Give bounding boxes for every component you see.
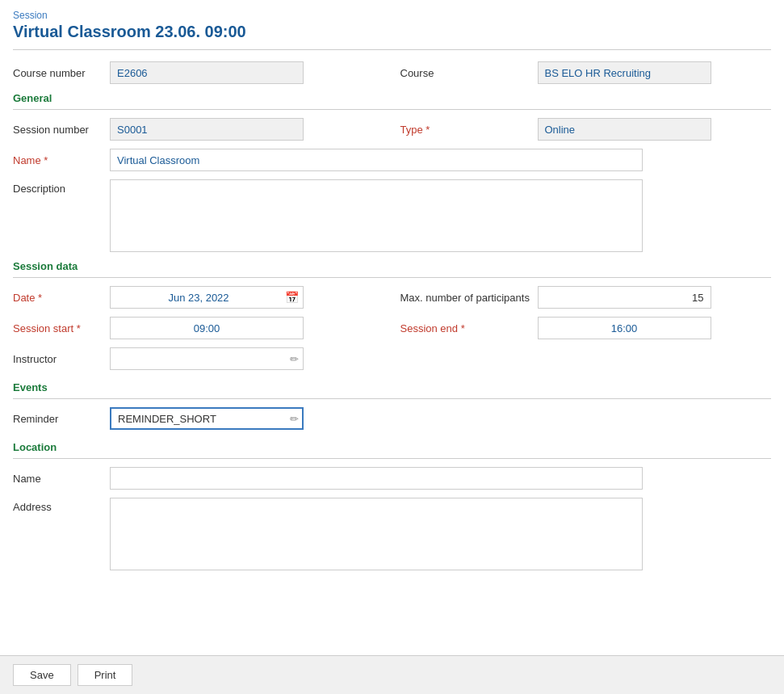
course-number-input[interactable]	[110, 61, 304, 84]
session-start-label: Session start *	[13, 322, 110, 334]
breadcrumb: Session	[13, 10, 771, 21]
type-input[interactable]	[538, 118, 711, 141]
date-wrapper: 📅	[110, 286, 304, 309]
session-data-section-header: Session data	[13, 260, 771, 272]
max-participants-input[interactable]	[538, 286, 711, 309]
print-button[interactable]: Print	[78, 664, 133, 686]
session-start-input[interactable]	[110, 317, 304, 339]
location-name-label: Name	[13, 473, 110, 485]
reminder-edit-icon[interactable]: ✏	[290, 413, 299, 425]
course-label: Course	[392, 67, 538, 79]
name-label: Name *	[13, 154, 110, 166]
location-name-input[interactable]	[110, 467, 643, 490]
instructor-label: Instructor	[13, 353, 110, 365]
description-label: Description	[13, 179, 110, 195]
events-section-header: Events	[13, 381, 771, 393]
session-end-label: Session end *	[392, 322, 538, 334]
course-number-label: Course number	[13, 67, 110, 79]
save-button[interactable]: Save	[13, 664, 71, 686]
page-title: Virtual Classroom 23.06. 09:00	[13, 23, 771, 41]
address-textarea[interactable]	[110, 498, 643, 570]
date-label: Date *	[13, 292, 110, 304]
session-number-label: Session number	[13, 124, 110, 136]
session-end-input[interactable]	[538, 317, 711, 339]
calendar-icon[interactable]: 📅	[285, 291, 299, 304]
address-label: Address	[13, 498, 110, 513]
type-label: Type *	[392, 124, 538, 136]
reminder-label: Reminder	[13, 413, 110, 425]
description-textarea[interactable]	[110, 179, 643, 252]
date-input[interactable]	[110, 286, 304, 309]
instructor-edit-icon[interactable]: ✏	[290, 353, 299, 365]
reminder-input[interactable]	[110, 407, 304, 430]
reminder-wrapper: ✏	[110, 407, 304, 430]
session-number-input[interactable]	[110, 118, 304, 141]
location-section-header: Location	[13, 441, 771, 453]
instructor-input[interactable]	[110, 347, 304, 370]
course-input[interactable]	[538, 61, 711, 84]
max-participants-label: Max. number of participants	[392, 292, 538, 304]
footer: Save Print	[0, 655, 784, 694]
general-section-header: General	[13, 92, 771, 104]
instructor-wrapper: ✏	[110, 347, 304, 370]
name-input[interactable]	[110, 149, 643, 171]
